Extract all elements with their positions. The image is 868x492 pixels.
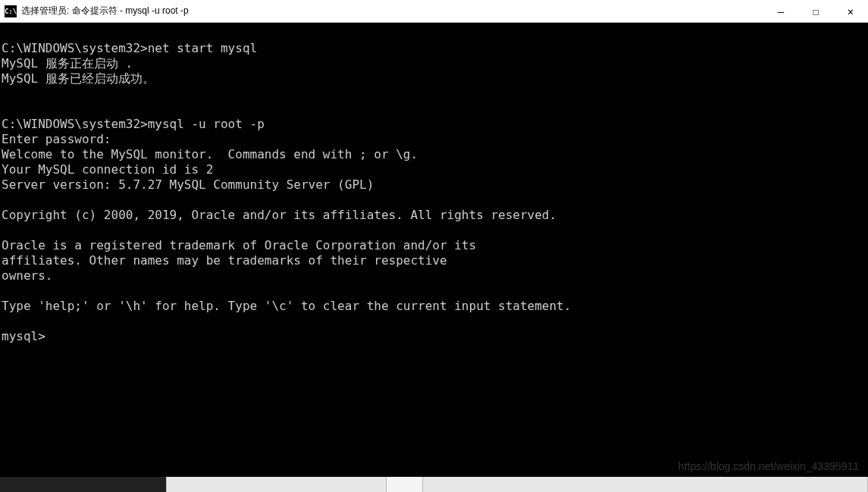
terminal-line: [2, 193, 866, 208]
titlebar[interactable]: C:\ 选择管理员: 命令提示符 - mysql -u root -p — ☐ …: [0, 0, 868, 23]
taskbar-segment: [423, 477, 868, 492]
terminal-line: mysql>: [2, 329, 866, 344]
window-title: 选择管理员: 命令提示符 - mysql -u root -p: [21, 5, 763, 17]
maximize-button[interactable]: ☐: [798, 0, 833, 22]
terminal-line: [2, 102, 866, 117]
terminal-line: C:\WINDOWS\system32>net start mysql: [2, 41, 866, 56]
terminal-output[interactable]: C:\WINDOWS\system32>net start mysqlMySQL…: [0, 23, 868, 476]
cmd-icon: C:\: [5, 5, 17, 17]
terminal-line: affiliates. Other names may be trademark…: [2, 253, 866, 268]
terminal-line: [2, 86, 866, 102]
taskbar-time-fragment: [0, 477, 167, 492]
terminal-line: MySQL 服务已经启动成功。: [2, 71, 866, 86]
terminal-line: Type 'help;' or '\h' for help. Type '\c'…: [2, 299, 866, 314]
terminal-line: Copyright (c) 2000, 2019, Oracle and/or …: [2, 208, 866, 223]
taskbar-segment: [387, 477, 423, 492]
terminal-line: MySQL 服务正在启动 .: [2, 56, 866, 71]
terminal-line: Welcome to the MySQL monitor. Commands e…: [2, 147, 866, 162]
terminal-line: Server version: 5.7.27 MySQL Community S…: [2, 177, 866, 193]
terminal-line: Oracle is a registered trademark of Orac…: [2, 238, 866, 253]
terminal-line: [2, 284, 866, 299]
window-controls: — ☐ ✕: [763, 0, 868, 22]
terminal-line: owners.: [2, 268, 866, 284]
terminal-line: Your MySQL connection id is 2: [2, 162, 866, 177]
terminal-line: C:\WINDOWS\system32>mysql -u root -p: [2, 117, 866, 132]
taskbar-fragment: [0, 477, 868, 492]
terminal-line: [2, 26, 866, 41]
terminal-line: Enter password:: [2, 132, 866, 147]
minimize-button[interactable]: —: [763, 0, 798, 22]
close-button[interactable]: ✕: [833, 0, 868, 22]
terminal-line: [2, 223, 866, 238]
taskbar-segment: [167, 477, 387, 492]
terminal-line: [2, 314, 866, 329]
